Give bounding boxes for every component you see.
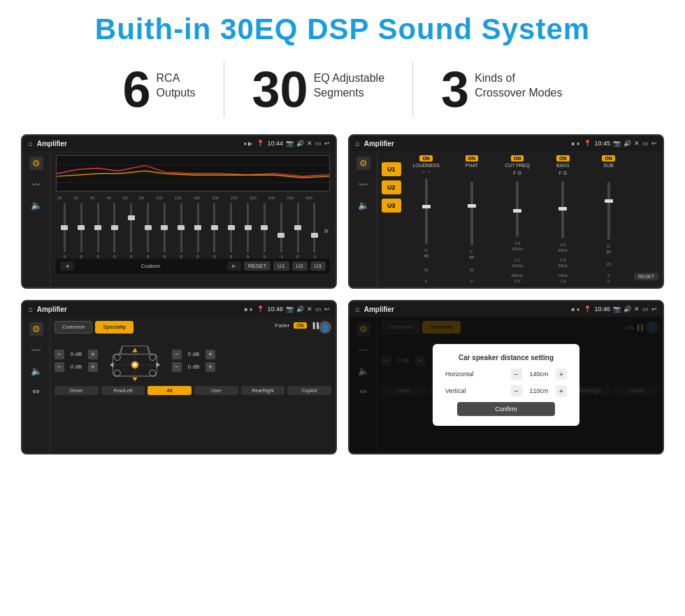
fader-slider-mini[interactable]: ▐▐ bbox=[311, 322, 319, 329]
x-icon-amp: ✕ bbox=[634, 140, 640, 147]
eq-slider-5[interactable]: 0 bbox=[140, 203, 155, 259]
stat-eq: 30 EQ AdjustableSegments bbox=[224, 64, 413, 115]
stat-number-eq: 30 bbox=[252, 64, 308, 115]
specialty-sidebar-icon-active[interactable]: ⚙ bbox=[29, 322, 43, 336]
eq-prev-button[interactable]: ◄ bbox=[60, 262, 74, 271]
dialog-box: Car speaker distance setting Horizontal … bbox=[433, 344, 579, 426]
amp-main: U1 U2 U3 ON LOUDNESS ~~ bbox=[377, 151, 663, 287]
amp-label-loudness: LOUDNESS bbox=[412, 163, 440, 168]
on-badge-phat[interactable]: ON bbox=[466, 155, 479, 162]
tab-specialty[interactable]: Specialty bbox=[95, 321, 133, 334]
amp-sidebar-icon-sound[interactable]: 🔈 bbox=[358, 200, 369, 210]
rl-minus-button[interactable]: − bbox=[55, 362, 64, 372]
amp-reset-button[interactable]: RESET bbox=[634, 273, 658, 280]
u3-button[interactable]: U3 bbox=[382, 199, 401, 213]
eq-slider-12[interactable]: 0 bbox=[257, 203, 272, 259]
eq-slider-2[interactable]: 0 bbox=[91, 203, 106, 259]
fr-minus-button[interactable]: − bbox=[172, 350, 182, 359]
eq-slider-4[interactable]: 5 bbox=[124, 203, 138, 259]
profile-icon[interactable]: 👤 bbox=[319, 321, 331, 334]
back-icon-amp[interactable]: ↩ bbox=[651, 140, 657, 147]
amp-sidebar-icon-active[interactable]: ⚙ bbox=[356, 157, 370, 170]
home-icon-dialog[interactable]: ⌂ bbox=[355, 305, 360, 313]
eq-sidebar-icon-active[interactable]: ⚙ bbox=[29, 157, 43, 170]
amp-sidebar-icon-wave[interactable]: 〰 bbox=[359, 180, 368, 190]
dialog-vertical-plus[interactable]: + bbox=[556, 385, 567, 396]
rr-plus-button[interactable]: + bbox=[206, 362, 215, 372]
u-buttons: U1 U2 U3 bbox=[382, 162, 401, 283]
screen-amp-title: Amplifier bbox=[364, 140, 568, 148]
driver-button[interactable]: Driver bbox=[55, 386, 99, 395]
svg-marker-17 bbox=[157, 362, 160, 367]
amp-slider-bass[interactable] bbox=[561, 181, 564, 238]
eq-slider-7[interactable]: 0 bbox=[174, 203, 189, 259]
user-button[interactable]: User bbox=[194, 386, 238, 395]
on-badge-sub[interactable]: ON bbox=[602, 155, 615, 162]
on-badge-cutfreq[interactable]: ON bbox=[511, 155, 524, 162]
dialog-horizontal-minus[interactable]: − bbox=[511, 368, 522, 380]
eq-u2-button[interactable]: U2 bbox=[292, 262, 308, 271]
amp-slider-sub[interactable] bbox=[607, 182, 610, 240]
eq-next-button[interactable]: ► bbox=[227, 262, 241, 271]
specialty-sidebar-icon-sound[interactable]: 🔈 bbox=[31, 366, 42, 376]
eq-slider-10[interactable]: 0 bbox=[224, 203, 238, 259]
amp-slider-loudness[interactable] bbox=[425, 178, 428, 244]
eq-graph bbox=[56, 155, 330, 192]
eq-reset-button[interactable]: RESET bbox=[244, 262, 271, 271]
on-badge-loudness[interactable]: ON bbox=[419, 155, 433, 162]
u2-button[interactable]: U2 bbox=[382, 180, 401, 194]
rearleft-button[interactable]: RearLeft bbox=[101, 386, 145, 395]
eq-slider-15[interactable]: -1 bbox=[307, 203, 322, 259]
eq-freq-labels: 25 32 40 50 63 80 100 125 160 200 250 32… bbox=[56, 196, 330, 200]
fl-minus-button[interactable]: − bbox=[55, 350, 64, 359]
all-button[interactable]: All bbox=[147, 386, 192, 395]
screen-dialog-content: ⚙ 〰 🔈 ⇔ Common Specialty ON ▐▐ 👤 bbox=[349, 317, 663, 453]
fader-row: Fader ON ▐▐ bbox=[275, 322, 319, 329]
eq-slider-14[interactable]: 0 bbox=[291, 203, 305, 259]
specialty-sidebar-icon-wave[interactable]: 〰 bbox=[31, 345, 41, 356]
eq-slider-0[interactable]: 0 bbox=[57, 203, 72, 259]
fl-plus-button[interactable]: + bbox=[88, 350, 98, 359]
eq-more-icon[interactable]: » bbox=[324, 226, 329, 236]
back-icon[interactable]: ↩ bbox=[324, 140, 330, 147]
home-icon-amp[interactable]: ⌂ bbox=[355, 139, 360, 148]
home-icon[interactable]: ⌂ bbox=[28, 139, 33, 148]
eq-left-sidebar: ⚙ 〰 🔈 bbox=[22, 151, 50, 287]
eq-slider-8[interactable]: 0 bbox=[191, 203, 206, 259]
eq-slider-13[interactable]: -1 bbox=[274, 203, 289, 259]
location-icon-dialog: 📍 bbox=[584, 306, 591, 313]
location-icon-specialty: 📍 bbox=[257, 306, 264, 313]
on-badge-bass[interactable]: ON bbox=[556, 155, 570, 162]
eq-slider-9[interactable]: 0 bbox=[207, 203, 222, 259]
rr-minus-button[interactable]: − bbox=[172, 362, 182, 372]
fr-plus-button[interactable]: + bbox=[206, 350, 215, 359]
eq-slider-11[interactable]: 0 bbox=[240, 203, 255, 259]
stat-crossover: 3 Kinds ofCrossover Modes bbox=[413, 64, 590, 115]
stat-number-crossover: 3 bbox=[441, 64, 469, 115]
status-bar-dialog: ⌂ Amplifier ■ ● 📍 10:46 📷 🔊 ✕ ▭ ↩ bbox=[349, 301, 663, 317]
rearright-button[interactable]: RearRight bbox=[241, 386, 285, 395]
eq-slider-1[interactable]: 0 bbox=[74, 203, 89, 259]
eq-slider-6[interactable]: 0 bbox=[157, 203, 172, 259]
eq-sidebar-icon-wave[interactable]: 〰 bbox=[31, 180, 41, 190]
amp-slider-cutfreq[interactable] bbox=[516, 181, 519, 237]
back-icon-specialty[interactable]: ↩ bbox=[324, 306, 330, 313]
eq-sidebar-icon-sound[interactable]: 🔈 bbox=[31, 200, 42, 210]
copilot-button[interactable]: Copilot bbox=[287, 386, 331, 395]
specialty-sidebar-icon-arrows[interactable]: ⇔ bbox=[32, 386, 40, 396]
eq-slider-3[interactable]: 0 bbox=[107, 203, 122, 259]
eq-u1-button[interactable]: U1 bbox=[273, 262, 289, 271]
back-icon-dialog[interactable]: ↩ bbox=[651, 306, 657, 313]
u1-button[interactable]: U1 bbox=[382, 162, 401, 176]
dialog-horizontal-plus[interactable]: + bbox=[556, 368, 567, 380]
rl-plus-button[interactable]: + bbox=[88, 362, 98, 372]
home-icon-specialty[interactable]: ⌂ bbox=[28, 305, 33, 313]
eq-u3-button[interactable]: U3 bbox=[310, 262, 326, 271]
fader-on-badge[interactable]: ON bbox=[294, 322, 307, 329]
tab-common[interactable]: Common bbox=[55, 321, 92, 334]
amp-slider-phat[interactable] bbox=[470, 182, 473, 245]
eq-bottom-bar: ◄ Custom ► RESET U1 U2 U3 bbox=[56, 259, 330, 273]
svg-marker-16 bbox=[110, 362, 113, 367]
dialog-vertical-minus[interactable]: − bbox=[511, 385, 522, 396]
confirm-button[interactable]: Confirm bbox=[457, 402, 554, 416]
